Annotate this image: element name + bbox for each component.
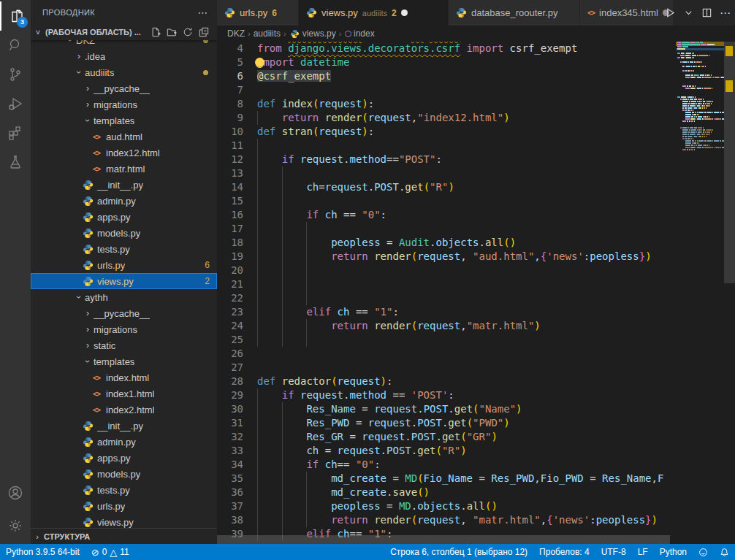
indent-guide [257, 222, 258, 236]
html-file-icon: <> [91, 388, 102, 399]
tree-item-index2-html[interactable]: <>index2.html [31, 402, 217, 418]
indent-guide [282, 291, 283, 305]
outline-section-header[interactable]: › СТРУКТУРА [31, 528, 217, 544]
tree-item-index-html[interactable]: <>index.html [31, 369, 217, 386]
activity-extensions-icon[interactable] [0, 118, 31, 147]
status-language-mode[interactable]: Python [654, 544, 693, 560]
breadcrumb-item-audiiits[interactable]: audiiits [254, 28, 281, 39]
tree-item-matr-html[interactable]: <>matr.html [31, 161, 217, 177]
tree-item-index12-html[interactable]: <>index12.html [31, 145, 217, 161]
status-encoding[interactable]: UTF-8 [595, 544, 632, 560]
tab-urls-py[interactable]: urls.py6 [217, 0, 299, 26]
tree-item---init---py[interactable]: __init__.py [31, 418, 217, 434]
run-dropdown-chevron-icon[interactable] [683, 7, 694, 18]
line-number: 13 [217, 166, 243, 180]
activity-testing-icon[interactable] [0, 147, 31, 177]
tree-item-static[interactable]: ›static [31, 337, 217, 353]
feedback-icon[interactable] [693, 544, 714, 560]
breadcrumb-label: views.py [302, 28, 336, 39]
activity-run-debug-icon[interactable] [0, 89, 31, 118]
lightbulb-icon[interactable] [255, 58, 264, 67]
tree-item-aud-html[interactable]: <>aud.html [31, 129, 217, 145]
tree-item-views-py[interactable]: views.py [31, 514, 217, 528]
tree-item-migrations[interactable]: ›migrations [31, 96, 217, 112]
activity-settings-gear-icon[interactable] [0, 511, 31, 540]
tree-item-admin-py[interactable]: admin.py [31, 434, 217, 450]
line-number: 16 [217, 208, 243, 222]
code-line-7: 7 [217, 83, 672, 97]
tree-item-models-py[interactable]: models.py [31, 466, 217, 482]
tree-item-urls-py[interactable]: urls.py6 [31, 257, 217, 273]
tree-item-audiiits[interactable]: ›audiiits [31, 64, 217, 80]
tree-item-label: templates [94, 115, 134, 126]
tree-item-models-py[interactable]: models.py [31, 225, 217, 241]
tree-item-templates[interactable]: ›templates [31, 112, 217, 129]
code-text: if request.method == 'POST': [257, 388, 454, 402]
breadcrumb-item-index[interactable]: ⬡index [344, 28, 374, 39]
tree-item-dkz[interactable]: ›DKZ [31, 40, 217, 48]
indent-guide [306, 222, 307, 236]
tree-item---init---py[interactable]: __init__.py [31, 177, 217, 193]
html-file-icon: <> [91, 147, 102, 158]
activity-files-icon[interactable]: 3 [0, 1, 31, 31]
tree-item-aythh[interactable]: ›aythh [31, 289, 217, 305]
warning-icon: △ [110, 547, 117, 558]
activity-source-control-icon[interactable] [0, 60, 31, 89]
overview-ruler[interactable] [724, 35, 735, 544]
status-problems[interactable]: ⊘0 △11 [85, 544, 135, 560]
tree-item-apps-py[interactable]: apps.py [31, 450, 217, 466]
collapse-all-icon[interactable] [197, 26, 211, 39]
status-cursor-position[interactable]: Строка 6, столбец 1 (выбрано 12) [384, 544, 533, 560]
tree-item-label: migrations [94, 324, 137, 335]
breadcrumb-item-dkz[interactable]: DKZ [227, 28, 245, 39]
code-line-31: 31Res_PWD = request.POST.get("PWD") [217, 416, 672, 430]
status-python-interpreter[interactable]: Python 3.9.5 64-bit [0, 544, 85, 560]
tree-item---pycache--[interactable]: ›__pycache__ [31, 80, 217, 96]
vertical-scrollbar[interactable] [724, 35, 735, 283]
tree-item-admin-py[interactable]: admin.py [31, 193, 217, 209]
status-indentation[interactable]: Пробелов: 4 [533, 544, 595, 560]
new-file-icon[interactable] [148, 26, 163, 39]
minimap[interactable] [676, 42, 724, 544]
workspace-section-header[interactable]: ˅ (РАБОЧАЯ ОБЛАСТЬ) ... [31, 24, 217, 40]
indent-guide [306, 291, 307, 305]
code-line-10: 10def stran(request): [217, 125, 672, 139]
indent-guide [257, 139, 258, 153]
tree-item-tests-py[interactable]: tests.py [31, 482, 217, 498]
split-editor-icon[interactable] [701, 7, 712, 18]
tree-item--idea[interactable]: ›.idea [31, 48, 217, 64]
line-number: 17 [217, 222, 243, 236]
tab-views-py[interactable]: views.pyaudiiits2 [299, 0, 449, 26]
indent-guide [282, 166, 283, 180]
tree-item-tests-py[interactable]: tests.py [31, 241, 217, 257]
activity-search-icon[interactable] [0, 31, 31, 60]
code-viewport[interactable]: 3from aythh.models import MD,Audit4from … [217, 37, 672, 544]
python-file-icon [456, 7, 467, 18]
tree-item-views-py[interactable]: views.py2 [31, 273, 217, 289]
tree-item-templates[interactable]: ›templates [31, 353, 217, 369]
tab-database-roouter-py[interactable]: database_roouter.py [449, 0, 580, 26]
activity-account-icon[interactable] [0, 478, 31, 507]
chevron-down-icon: › [74, 291, 84, 303]
tree-item---pycache--[interactable]: ›__pycache__ [31, 305, 217, 321]
status-eol[interactable]: LF [632, 544, 654, 560]
refresh-icon[interactable] [180, 26, 195, 39]
tab-index345-html[interactable]: <>index345.html [580, 0, 674, 26]
tree-item-urls-py[interactable]: urls.py [31, 498, 217, 514]
more-actions-icon[interactable]: ⋯ [720, 7, 731, 20]
tree-item-migrations[interactable]: ›migrations [31, 321, 217, 337]
sidebar-more-icon[interactable]: ⋯ [198, 7, 208, 18]
notifications-bell-icon[interactable] [714, 544, 735, 560]
html-file-icon: <> [91, 372, 102, 383]
tree-item-apps-py[interactable]: apps.py [31, 209, 217, 225]
dirty-dot-icon[interactable] [401, 9, 408, 16]
horizontal-scrollbar[interactable] [217, 535, 670, 544]
indent-guide [282, 222, 283, 236]
new-folder-icon[interactable] [164, 26, 179, 39]
run-python-file-icon[interactable] [665, 7, 676, 18]
breadcrumb-item-views-py[interactable]: views.py [289, 28, 336, 39]
tree-item-index1-html[interactable]: <>index1.html [31, 386, 217, 402]
code-line-33: 33ch = request.POST.get("R") [217, 444, 672, 458]
line-number: 33 [217, 444, 243, 458]
indent-guide [257, 277, 258, 291]
